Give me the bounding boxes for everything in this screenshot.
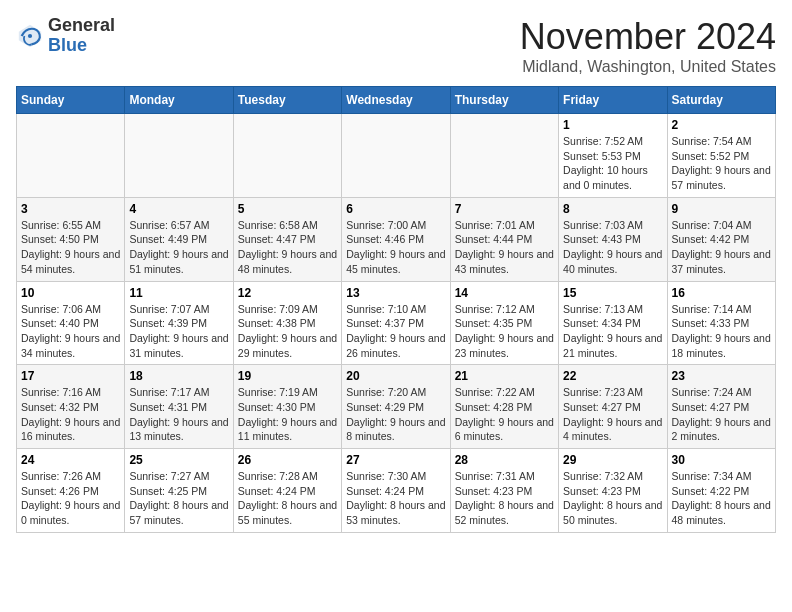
day-cell: 22Sunrise: 7:23 AM Sunset: 4:27 PM Dayli… xyxy=(559,365,667,449)
weekday-header: Wednesday xyxy=(342,87,450,114)
day-info: Sunrise: 7:31 AM Sunset: 4:23 PM Dayligh… xyxy=(455,469,554,528)
day-info: Sunrise: 6:57 AM Sunset: 4:49 PM Dayligh… xyxy=(129,218,228,277)
day-cell: 28Sunrise: 7:31 AM Sunset: 4:23 PM Dayli… xyxy=(450,449,558,533)
day-number: 19 xyxy=(238,369,337,383)
day-cell: 14Sunrise: 7:12 AM Sunset: 4:35 PM Dayli… xyxy=(450,281,558,365)
day-number: 30 xyxy=(672,453,771,467)
day-info: Sunrise: 7:14 AM Sunset: 4:33 PM Dayligh… xyxy=(672,302,771,361)
logo-text: General Blue xyxy=(48,16,115,56)
day-cell: 19Sunrise: 7:19 AM Sunset: 4:30 PM Dayli… xyxy=(233,365,341,449)
day-info: Sunrise: 6:58 AM Sunset: 4:47 PM Dayligh… xyxy=(238,218,337,277)
day-info: Sunrise: 7:28 AM Sunset: 4:24 PM Dayligh… xyxy=(238,469,337,528)
calendar-table: SundayMondayTuesdayWednesdayThursdayFrid… xyxy=(16,86,776,533)
day-cell: 13Sunrise: 7:10 AM Sunset: 4:37 PM Dayli… xyxy=(342,281,450,365)
day-info: Sunrise: 7:00 AM Sunset: 4:46 PM Dayligh… xyxy=(346,218,445,277)
day-cell: 3Sunrise: 6:55 AM Sunset: 4:50 PM Daylig… xyxy=(17,197,125,281)
weekday-header: Sunday xyxy=(17,87,125,114)
logo: General Blue xyxy=(16,16,115,56)
day-info: Sunrise: 7:04 AM Sunset: 4:42 PM Dayligh… xyxy=(672,218,771,277)
day-info: Sunrise: 7:17 AM Sunset: 4:31 PM Dayligh… xyxy=(129,385,228,444)
day-number: 11 xyxy=(129,286,228,300)
weekday-header: Tuesday xyxy=(233,87,341,114)
empty-cell xyxy=(342,114,450,198)
svg-point-1 xyxy=(28,34,32,38)
logo-icon xyxy=(16,22,44,50)
weekday-header: Friday xyxy=(559,87,667,114)
day-number: 2 xyxy=(672,118,771,132)
day-info: Sunrise: 7:24 AM Sunset: 4:27 PM Dayligh… xyxy=(672,385,771,444)
weekday-header: Saturday xyxy=(667,87,775,114)
day-info: Sunrise: 7:23 AM Sunset: 4:27 PM Dayligh… xyxy=(563,385,662,444)
day-info: Sunrise: 7:32 AM Sunset: 4:23 PM Dayligh… xyxy=(563,469,662,528)
day-cell: 27Sunrise: 7:30 AM Sunset: 4:24 PM Dayli… xyxy=(342,449,450,533)
day-number: 25 xyxy=(129,453,228,467)
day-cell: 8Sunrise: 7:03 AM Sunset: 4:43 PM Daylig… xyxy=(559,197,667,281)
day-info: Sunrise: 7:52 AM Sunset: 5:53 PM Dayligh… xyxy=(563,134,662,193)
day-number: 26 xyxy=(238,453,337,467)
day-cell: 23Sunrise: 7:24 AM Sunset: 4:27 PM Dayli… xyxy=(667,365,775,449)
day-info: Sunrise: 7:10 AM Sunset: 4:37 PM Dayligh… xyxy=(346,302,445,361)
day-cell: 17Sunrise: 7:16 AM Sunset: 4:32 PM Dayli… xyxy=(17,365,125,449)
calendar-row: 3Sunrise: 6:55 AM Sunset: 4:50 PM Daylig… xyxy=(17,197,776,281)
day-info: Sunrise: 7:54 AM Sunset: 5:52 PM Dayligh… xyxy=(672,134,771,193)
day-number: 14 xyxy=(455,286,554,300)
day-number: 24 xyxy=(21,453,120,467)
day-cell: 1Sunrise: 7:52 AM Sunset: 5:53 PM Daylig… xyxy=(559,114,667,198)
day-cell: 2Sunrise: 7:54 AM Sunset: 5:52 PM Daylig… xyxy=(667,114,775,198)
day-number: 12 xyxy=(238,286,337,300)
day-info: Sunrise: 7:16 AM Sunset: 4:32 PM Dayligh… xyxy=(21,385,120,444)
calendar-row: 10Sunrise: 7:06 AM Sunset: 4:40 PM Dayli… xyxy=(17,281,776,365)
day-number: 17 xyxy=(21,369,120,383)
day-cell: 18Sunrise: 7:17 AM Sunset: 4:31 PM Dayli… xyxy=(125,365,233,449)
day-cell: 12Sunrise: 7:09 AM Sunset: 4:38 PM Dayli… xyxy=(233,281,341,365)
day-number: 13 xyxy=(346,286,445,300)
day-cell: 10Sunrise: 7:06 AM Sunset: 4:40 PM Dayli… xyxy=(17,281,125,365)
day-info: Sunrise: 7:13 AM Sunset: 4:34 PM Dayligh… xyxy=(563,302,662,361)
day-info: Sunrise: 7:26 AM Sunset: 4:26 PM Dayligh… xyxy=(21,469,120,528)
empty-cell xyxy=(233,114,341,198)
empty-cell xyxy=(125,114,233,198)
day-number: 20 xyxy=(346,369,445,383)
day-number: 3 xyxy=(21,202,120,216)
empty-cell xyxy=(17,114,125,198)
day-cell: 7Sunrise: 7:01 AM Sunset: 4:44 PM Daylig… xyxy=(450,197,558,281)
day-cell: 9Sunrise: 7:04 AM Sunset: 4:42 PM Daylig… xyxy=(667,197,775,281)
day-info: Sunrise: 7:30 AM Sunset: 4:24 PM Dayligh… xyxy=(346,469,445,528)
day-number: 29 xyxy=(563,453,662,467)
day-number: 28 xyxy=(455,453,554,467)
day-number: 22 xyxy=(563,369,662,383)
day-info: Sunrise: 7:06 AM Sunset: 4:40 PM Dayligh… xyxy=(21,302,120,361)
day-number: 4 xyxy=(129,202,228,216)
day-info: Sunrise: 7:01 AM Sunset: 4:44 PM Dayligh… xyxy=(455,218,554,277)
day-number: 7 xyxy=(455,202,554,216)
day-cell: 6Sunrise: 7:00 AM Sunset: 4:46 PM Daylig… xyxy=(342,197,450,281)
day-number: 16 xyxy=(672,286,771,300)
day-number: 9 xyxy=(672,202,771,216)
day-cell: 30Sunrise: 7:34 AM Sunset: 4:22 PM Dayli… xyxy=(667,449,775,533)
day-cell: 16Sunrise: 7:14 AM Sunset: 4:33 PM Dayli… xyxy=(667,281,775,365)
empty-cell xyxy=(450,114,558,198)
day-number: 15 xyxy=(563,286,662,300)
day-info: Sunrise: 7:27 AM Sunset: 4:25 PM Dayligh… xyxy=(129,469,228,528)
weekday-header: Thursday xyxy=(450,87,558,114)
day-cell: 21Sunrise: 7:22 AM Sunset: 4:28 PM Dayli… xyxy=(450,365,558,449)
month-title: November 2024 xyxy=(520,16,776,58)
day-info: Sunrise: 7:34 AM Sunset: 4:22 PM Dayligh… xyxy=(672,469,771,528)
location-title: Midland, Washington, United States xyxy=(520,58,776,76)
day-number: 8 xyxy=(563,202,662,216)
calendar-row: 1Sunrise: 7:52 AM Sunset: 5:53 PM Daylig… xyxy=(17,114,776,198)
day-number: 10 xyxy=(21,286,120,300)
day-cell: 15Sunrise: 7:13 AM Sunset: 4:34 PM Dayli… xyxy=(559,281,667,365)
calendar-header-row: SundayMondayTuesdayWednesdayThursdayFrid… xyxy=(17,87,776,114)
day-info: Sunrise: 7:09 AM Sunset: 4:38 PM Dayligh… xyxy=(238,302,337,361)
day-cell: 24Sunrise: 7:26 AM Sunset: 4:26 PM Dayli… xyxy=(17,449,125,533)
weekday-header: Monday xyxy=(125,87,233,114)
day-cell: 26Sunrise: 7:28 AM Sunset: 4:24 PM Dayli… xyxy=(233,449,341,533)
day-cell: 20Sunrise: 7:20 AM Sunset: 4:29 PM Dayli… xyxy=(342,365,450,449)
day-cell: 11Sunrise: 7:07 AM Sunset: 4:39 PM Dayli… xyxy=(125,281,233,365)
day-number: 1 xyxy=(563,118,662,132)
day-info: Sunrise: 7:12 AM Sunset: 4:35 PM Dayligh… xyxy=(455,302,554,361)
day-info: Sunrise: 7:22 AM Sunset: 4:28 PM Dayligh… xyxy=(455,385,554,444)
day-cell: 29Sunrise: 7:32 AM Sunset: 4:23 PM Dayli… xyxy=(559,449,667,533)
calendar-row: 17Sunrise: 7:16 AM Sunset: 4:32 PM Dayli… xyxy=(17,365,776,449)
